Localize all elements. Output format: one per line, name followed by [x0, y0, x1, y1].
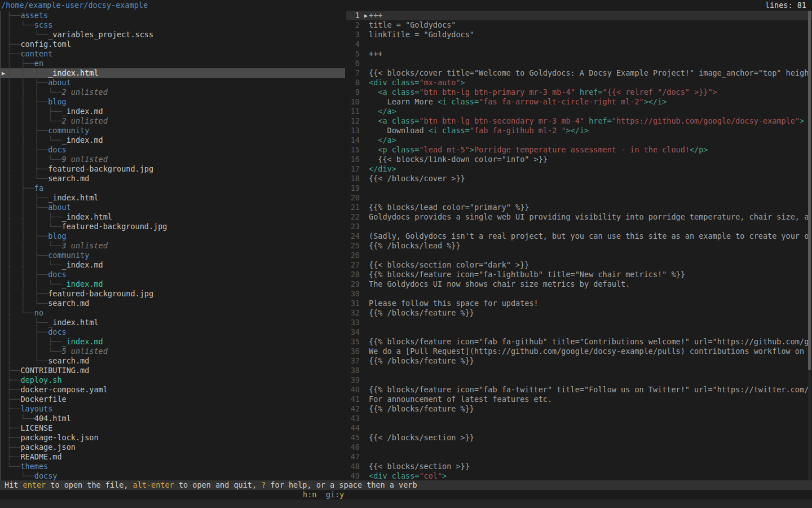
tree-item[interactable]: │ │ │ └──featured-background.jpg: [0, 222, 345, 231]
tree-item[interactable]: ├──layouts: [0, 404, 345, 414]
tree-item[interactable]: ├──content: [0, 49, 345, 59]
tree-item[interactable]: ├──assets: [0, 11, 345, 20]
tree-item[interactable]: ▶│ │ ├──_index.html: [0, 68, 345, 78]
code-line: 4: [346, 40, 812, 49]
line-number: 29: [346, 279, 360, 289]
tree-item[interactable]: │ │ └──5 unlisted: [0, 347, 345, 356]
tree-item[interactable]: │ │ │ └──_index.md: [0, 279, 345, 289]
tree-item[interactable]: │ │ │ └──2 unlisted: [0, 116, 345, 126]
code-line: 33: [346, 318, 812, 327]
line-number: 43: [346, 414, 360, 423]
line-number: 4: [346, 40, 360, 49]
code-line: 21{{% blocks/lead color="primary" %}}: [346, 203, 812, 212]
tree-item[interactable]: │ ├──docs: [0, 327, 345, 337]
line-number: 34: [346, 327, 360, 337]
code-line: 5+++: [346, 49, 812, 59]
command-input-line[interactable]: :e h:n gi:y: [0, 490, 812, 500]
tree-item[interactable]: │ └──_variables_project.scss: [0, 30, 345, 40]
line-number: 1: [346, 11, 360, 20]
code-view: 1▶+++2title = "Goldydocs"3linkTitle = "G…: [346, 11, 812, 481]
tree-item[interactable]: │ │ ├──featured-background.jpg: [0, 289, 345, 299]
line-number: 47: [346, 452, 360, 462]
code-line: 27{{< blocks/section color="dark" >}}: [346, 260, 812, 270]
tree-item[interactable]: ├──CONTRIBUTING.md: [0, 366, 345, 375]
tree-item[interactable]: ├──deploy.sh: [0, 375, 345, 385]
tree-item[interactable]: │ │ ├──docs: [0, 145, 345, 155]
tree-item[interactable]: │ │ ├──about: [0, 78, 345, 87]
tree-item[interactable]: │ │ ├──_index.html: [0, 193, 345, 203]
code-line: 36We do a [Pull Request](https://github.…: [346, 347, 812, 356]
code-line: 16 {{< blocks/link-down color="info" >}}: [346, 155, 812, 164]
tree-item[interactable]: │ │ ├──_index.md: [0, 337, 345, 347]
current-path: /home/example-user/docsy-example: [1, 1, 148, 11]
line-number: 7: [346, 68, 360, 78]
code-line: 15 <p class="lead mt-5">Porridge tempera…: [346, 145, 812, 155]
tree-item[interactable]: │ └──scss: [0, 20, 345, 30]
tree-item[interactable]: │ │ ├──community: [0, 126, 345, 135]
preview-panel: _index.html lines: 81 1▶+++2title = "Gol…: [346, 0, 812, 481]
tree-item[interactable]: │ │ │ └──_index.md: [0, 260, 345, 270]
code-line: 19: [346, 183, 812, 193]
tree-item[interactable]: │ ├──_index.html: [0, 318, 345, 327]
tree-item[interactable]: │ │ │ ├──_index.html: [0, 212, 345, 222]
selection-pointer-icon: ▶: [2, 68, 5, 78]
tree-item[interactable]: ├──config.toml: [0, 40, 345, 49]
code-line: 22Goldydocs provides a single web UI pro…: [346, 212, 812, 222]
code-line: 32{{% /blocks/feature %}}: [346, 308, 812, 318]
code-line: 1▶+++: [346, 11, 812, 20]
tree-item[interactable]: │ │ │ └──2 unlisted: [0, 87, 345, 97]
line-number: 40: [346, 385, 360, 395]
tree-item[interactable]: │ │ └──search.md: [0, 299, 345, 308]
line-number: 35: [346, 337, 360, 347]
line-number: 37: [346, 356, 360, 366]
tree-item[interactable]: │ └──search.md: [0, 356, 345, 366]
tree-item[interactable]: │ │ │ └──_index.md: [0, 135, 345, 145]
line-number: 25: [346, 241, 360, 251]
tree-item[interactable]: ├──docker-compose.yaml: [0, 385, 345, 395]
tree-item[interactable]: ├──package.json: [0, 443, 345, 452]
tree-item[interactable]: │ ├──en: [0, 59, 345, 68]
tree-item[interactable]: └──docsy: [0, 471, 345, 480]
code-line: 34: [346, 327, 812, 337]
tree-item[interactable]: ├──LICENSE: [0, 423, 345, 433]
mode-flags: h:n gi:y: [303, 490, 344, 500]
line-number: 3: [346, 30, 360, 40]
line-number: 9: [346, 87, 360, 97]
code-line: 31Please follow this space for updates!: [346, 299, 812, 308]
bottom-fill: [0, 500, 812, 508]
line-number: 17: [346, 164, 360, 174]
code-line: 24(Sadly, Goldydocs isn't a real project…: [346, 231, 812, 241]
tree-item[interactable]: │ └──404.html: [0, 414, 345, 423]
preview-header: _index.html lines: 81: [346, 0, 812, 11]
preview-scrollbar-thumb[interactable]: [808, 11, 811, 370]
tree-item[interactable]: │ │ ├──about: [0, 203, 345, 212]
tree-item[interactable]: │ │ ├──docs: [0, 270, 345, 279]
code-line: 41For announcement of latest features et…: [346, 395, 812, 404]
line-number: 46: [346, 443, 360, 452]
tree-item[interactable]: │ │ │ ├──_index.md: [0, 107, 345, 116]
line-number: 28: [346, 270, 360, 279]
tree-item[interactable]: │ │ ├──featured-background.jpg: [0, 164, 345, 174]
preview-scrollbar[interactable]: [808, 11, 811, 481]
tree-item[interactable]: │ ├──fa: [0, 183, 345, 193]
line-number: 45: [346, 433, 360, 443]
code-line: 25{{% /blocks/lead %}}: [346, 241, 812, 251]
code-line: 11 </a>: [346, 107, 812, 116]
line-number: 39: [346, 375, 360, 385]
tree-item[interactable]: ├──README.md: [0, 452, 345, 462]
tree-item[interactable]: └──themes: [0, 462, 345, 471]
code-line: 48{{< blocks/section >}}: [346, 462, 812, 471]
tree-item[interactable]: │ │ ├──community: [0, 251, 345, 260]
tree-item[interactable]: │ │ ├──blog: [0, 97, 345, 107]
tree-item[interactable]: ├──Dockerfile: [0, 395, 345, 404]
code-line: 28{{% blocks/feature icon="fa-lightbulb"…: [346, 270, 812, 279]
tree-item[interactable]: ├──package-lock.json: [0, 433, 345, 443]
tree-item[interactable]: │ │ │ └──3 unlisted: [0, 241, 345, 251]
code-line: 2title = "Goldydocs": [346, 20, 812, 30]
code-line: 6: [346, 59, 812, 68]
tree-item[interactable]: │ │ ├──blog: [0, 231, 345, 241]
tree-item[interactable]: │ └──no: [0, 308, 345, 318]
tree-item[interactable]: │ │ │ └──9 unlisted: [0, 155, 345, 164]
tree-item[interactable]: │ │ └──search.md: [0, 174, 345, 183]
line-number: 30: [346, 289, 360, 299]
